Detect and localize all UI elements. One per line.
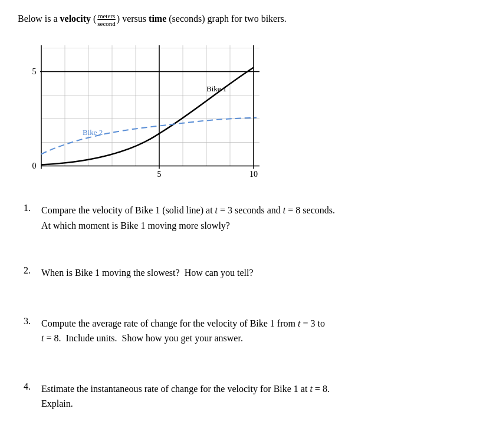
q2-text: When is Bike 1 moving the slowest? How c… xyxy=(41,265,465,281)
bike2-curve xyxy=(41,117,257,154)
intro-text-start: Below is a xyxy=(18,14,60,24)
q3-text: Compute the average rate of change for t… xyxy=(41,316,465,346)
q2-number: 2. xyxy=(24,265,41,276)
q4-number: 4. xyxy=(24,381,41,392)
q3-number: 3. xyxy=(24,316,41,327)
velocity-graph: 5 0 5 10 Bike 1 Bike 2 xyxy=(29,38,265,191)
fraction: meterssecond xyxy=(97,12,116,27)
bike1-graph-label: Bike 1 xyxy=(206,84,226,93)
x-axis-5-label: 5 xyxy=(157,169,162,178)
question-1: 1. Compare the velocity of Bike 1 (solid… xyxy=(24,203,465,233)
q1-text: Compare the velocity of Bike 1 (solid li… xyxy=(41,203,465,233)
bike1-curve xyxy=(41,67,254,164)
question-3: 3. Compute the average rate of change fo… xyxy=(24,316,465,346)
fraction-numerator: meters xyxy=(97,12,116,20)
graph-container: 5 0 5 10 Bike 1 Bike 2 xyxy=(29,38,265,191)
intro-text-end: (seconds) graph for two bikers. xyxy=(166,14,287,24)
intro-versus: versus xyxy=(122,14,149,24)
q4-text: Estimate the instantaneous rate of chang… xyxy=(41,381,465,411)
intro-paragraph: Below is a velocity (meterssecond) versu… xyxy=(18,12,465,27)
bike2-graph-label: Bike 2 xyxy=(83,127,103,136)
question-4: 4. Estimate the instantaneous rate of ch… xyxy=(24,381,465,411)
x-axis-10-label: 10 xyxy=(249,169,258,178)
velocity-bold: velocity xyxy=(60,14,91,24)
q1-number: 1. xyxy=(24,203,41,213)
question-2: 2. When is Bike 1 moving the slowest? Ho… xyxy=(24,265,465,281)
time-bold: time xyxy=(149,14,166,24)
origin-label: 0 xyxy=(32,161,37,170)
y-axis-label: 5 xyxy=(32,67,37,75)
questions-list: 1. Compare the velocity of Bike 1 (solid… xyxy=(18,203,465,411)
fraction-denominator: second xyxy=(97,20,116,27)
